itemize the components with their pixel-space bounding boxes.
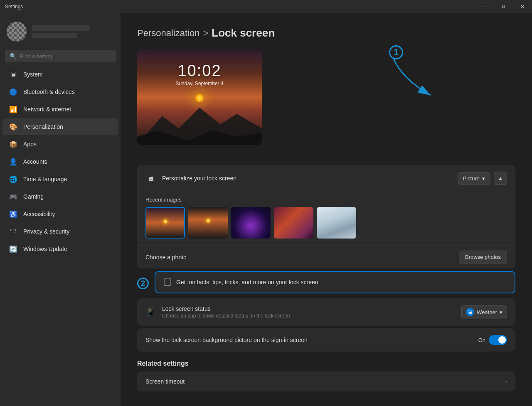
breadcrumb-parent: Personalization: [137, 28, 200, 39]
thumbnail-4[interactable]: [274, 207, 313, 239]
time-icon: 🌐: [9, 175, 17, 183]
minimize-button[interactable]: ─: [475, 0, 494, 13]
sidebar-item-label: Windows Update: [23, 246, 67, 252]
sidebar-item-bluetooth[interactable]: 🔵 Bluetooth & devices: [2, 84, 118, 100]
titlebar-controls: ─ ⧉ ✕: [475, 0, 532, 13]
sidebar-item-accounts[interactable]: 👤 Accounts: [2, 153, 118, 170]
close-button[interactable]: ✕: [513, 0, 532, 13]
sidebar-item-label: Privacy & security: [23, 228, 69, 235]
picture-dropdown-button[interactable]: Picture ▾: [458, 172, 490, 185]
lockscreen-time: 10:02: [177, 62, 221, 80]
thumbnail-3[interactable]: [231, 207, 271, 239]
toggle-on-label: On: [478, 337, 485, 343]
titlebar: Settings ─ ⧉ ✕: [0, 0, 532, 13]
picture-dropdown-label: Picture: [463, 175, 480, 182]
lock-status-control: 🌤 Weather ▾: [461, 305, 507, 319]
privacy-icon: 🛡: [9, 227, 17, 236]
recent-images-section: Recent images: [137, 192, 515, 245]
sidebar-item-accessibility[interactable]: ♿ Accessibility: [2, 206, 118, 222]
lock-status-subtitle: Choose an app to show detailed status on…: [162, 313, 455, 319]
network-icon: 📶: [9, 105, 17, 113]
breadcrumb-separator: >: [203, 28, 208, 39]
screen-timeout-text: Screen timeout: [145, 378, 499, 385]
breadcrumb-current: Lock screen: [212, 27, 275, 39]
annotation-arrow-1: [377, 54, 460, 103]
expand-button[interactable]: ▲: [494, 172, 507, 185]
fun-facts-card: Get fun facts, tips, tricks, and more on…: [155, 271, 515, 293]
personalize-title: Personalize your lock screen: [162, 175, 451, 182]
lockscreen-background: 10:02 Sunday, September 4: [137, 49, 262, 145]
thumbnail-1[interactable]: [145, 207, 185, 239]
user-profile-area: [0, 17, 121, 48]
sidebar-item-apps[interactable]: 📦 Apps: [2, 136, 118, 153]
related-settings-heading: Related settings: [137, 360, 515, 367]
sidebar-item-personalization[interactable]: 🎨 Personalization: [2, 118, 118, 135]
browse-photos-button[interactable]: Browse photos: [459, 251, 507, 263]
thumbnail-5[interactable]: [317, 207, 356, 239]
personalization-icon: 🎨: [9, 123, 17, 131]
sidebar-item-network[interactable]: 📶 Network & internet: [2, 101, 118, 118]
choose-photo-label: Choose a photo: [145, 254, 187, 261]
show-background-control: On: [478, 335, 507, 345]
step-1-badge: 1: [389, 45, 403, 59]
avatar: [7, 22, 27, 42]
annotation-1: 1: [389, 45, 403, 59]
recent-images-label: Recent images: [145, 197, 507, 203]
images-grid: [145, 207, 507, 239]
lock-screen-status-row: 📱 Lock screen status Choose an app to sh…: [137, 298, 515, 326]
sidebar-item-label: Personalization: [23, 123, 63, 130]
screen-timeout-row[interactable]: Screen timeout ›: [137, 372, 515, 391]
sidebar-item-windows-update[interactable]: 🔄 Windows Update: [2, 241, 118, 257]
bluetooth-icon: 🔵: [9, 88, 17, 96]
user-email: [32, 33, 77, 38]
sidebar-item-label: Network & internet: [23, 106, 71, 113]
sidebar-item-label: Accessibility: [23, 211, 55, 217]
fun-facts-row: 2 Get fun facts, tips, tricks, and more …: [137, 271, 515, 296]
show-background-toggle[interactable]: [489, 335, 507, 345]
fun-facts-checkbox[interactable]: [164, 278, 171, 286]
sidebar-item-gaming[interactable]: 🎮 Gaming: [2, 188, 118, 205]
weather-dropdown-button[interactable]: 🌤 Weather ▾: [461, 305, 507, 319]
screen-timeout-card: Screen timeout ›: [137, 372, 515, 391]
search-icon: 🔍: [10, 53, 17, 59]
show-background-title: Show the lock screen background picture …: [145, 337, 472, 343]
sidebar-item-label: Bluetooth & devices: [23, 89, 75, 95]
lock-status-title: Lock screen status: [162, 305, 455, 312]
toggle-thumb: [498, 336, 506, 344]
user-name: [32, 25, 90, 31]
windows-update-icon: 🔄: [9, 245, 17, 253]
chevron-up-icon: ▲: [498, 175, 503, 181]
personalize-row: 🖥 Personalize your lock screen Picture ▾…: [137, 165, 515, 192]
weather-chevron-icon: ▾: [500, 309, 502, 315]
search-box[interactable]: 🔍: [5, 50, 116, 62]
lockscreen-preview: 10:02 Sunday, September 4: [137, 49, 262, 145]
sidebar-item-time[interactable]: 🌐 Time & language: [2, 171, 118, 187]
sidebar-item-privacy[interactable]: 🛡 Privacy & security: [2, 223, 118, 240]
maximize-button[interactable]: ⧉: [494, 0, 513, 13]
app-body: 🔍 🖥 System 🔵 Bluetooth & devices 📶 Netwo…: [0, 13, 532, 406]
sidebar-item-system[interactable]: 🖥 System: [2, 66, 118, 83]
step-2-badge: 2: [137, 278, 149, 289]
thumbnail-2[interactable]: [188, 207, 228, 239]
show-background-text: Show the lock screen background picture …: [145, 337, 472, 343]
apps-icon: 📦: [9, 140, 17, 148]
dropdown-chevron-icon: ▾: [482, 175, 485, 182]
personalize-icon: 🖥: [145, 173, 155, 183]
show-background-card: Show the lock screen background picture …: [137, 328, 515, 352]
lock-status-icon: 📱: [145, 307, 155, 317]
titlebar-title: Settings: [5, 4, 23, 10]
lock-screen-status-card: 📱 Lock screen status Choose an app to sh…: [137, 298, 515, 326]
lock-status-text: Lock screen status Choose an app to show…: [162, 305, 455, 319]
weather-label: Weather: [477, 309, 497, 315]
main-content: Personalization > Lock screen 10:02 Sund…: [121, 13, 532, 406]
sidebar-item-label: System: [23, 71, 43, 78]
breadcrumb: Personalization > Lock screen: [137, 27, 515, 39]
show-background-row: Show the lock screen background picture …: [137, 328, 515, 352]
sidebar-item-label: Accounts: [23, 158, 47, 165]
screen-timeout-title: Screen timeout: [145, 378, 499, 385]
sidebar-item-label: Apps: [23, 141, 37, 148]
sidebar-item-label: Time & language: [23, 176, 67, 182]
lockscreen-date: Sunday, September 4: [175, 81, 223, 86]
gaming-icon: 🎮: [9, 192, 17, 201]
search-input[interactable]: [20, 53, 111, 59]
